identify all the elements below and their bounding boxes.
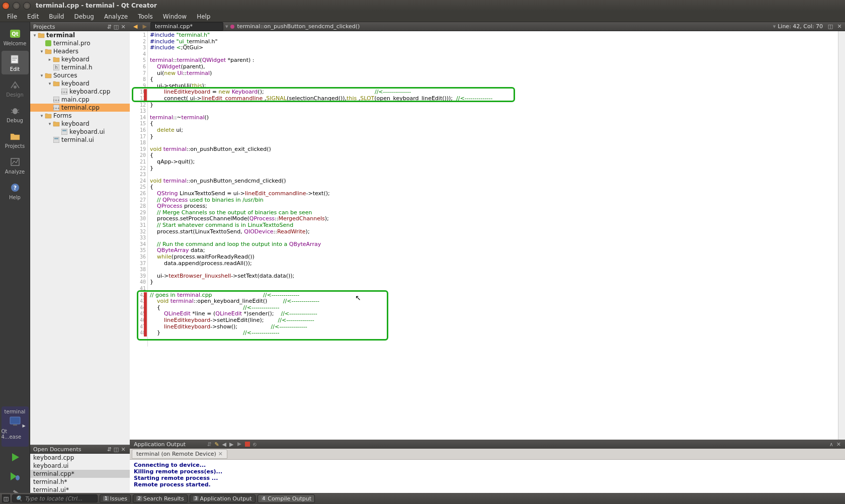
qt-file-icon	[44, 40, 52, 47]
tree-sources[interactable]: ▾Sources	[30, 71, 130, 79]
cpp-file-icon: c++	[52, 104, 60, 111]
mode-welcome[interactable]: Qt Welcome	[2, 25, 29, 49]
menu-tools[interactable]: Tools	[133, 12, 158, 22]
editor-split-button[interactable]: ◫	[827, 23, 834, 30]
tree-keyboard-cpp[interactable]: c++keyboard.cpp	[30, 88, 130, 96]
output-new-button[interactable]: ✎	[214, 441, 219, 448]
run-button[interactable]	[2, 449, 29, 466]
panel-close-button[interactable]: ✕	[120, 446, 127, 453]
filter-icon[interactable]: ⇵	[106, 446, 113, 453]
folder-icon	[52, 120, 60, 127]
side-panel: Projects ⇵ ◫ ✕ ▾terminal terminal.pro ▾H…	[30, 22, 130, 504]
editor-column: ◀ ▶ terminal.cpp* ▾ terminal::on_pushBut…	[130, 22, 845, 504]
menu-edit[interactable]: Edit	[22, 12, 44, 22]
filter-icon[interactable]: ⇵	[106, 24, 113, 30]
output-close-button[interactable]: ✕	[836, 441, 841, 448]
opendoc-item[interactable]: terminal.cpp*	[30, 470, 130, 478]
analyze-icon	[8, 156, 22, 168]
nav-back-button[interactable]: ◀	[132, 23, 139, 30]
output-prev-button[interactable]: ◀	[222, 441, 226, 448]
tree-terminal-cpp[interactable]: c++terminal.cpp	[30, 104, 130, 112]
svg-point-33	[230, 25, 234, 29]
mode-edit[interactable]: Edit	[2, 51, 29, 74]
tree-forms-keyboard[interactable]: ▾keyboard	[30, 120, 130, 128]
status-bar: ◫ 🔍 Type to locate (Ctrl... 1Issues 2Sea…	[0, 493, 845, 504]
menu-build[interactable]: Build	[44, 12, 69, 22]
svg-rect-32	[54, 138, 58, 139]
tree-keyboard-ui[interactable]: keyboard.ui	[30, 128, 130, 136]
status-issues[interactable]: 1Issues	[100, 494, 131, 503]
output-next-button[interactable]: ▶	[229, 441, 233, 448]
panel-close-button[interactable]: ✕	[120, 24, 127, 30]
svg-rect-31	[53, 137, 59, 143]
folder-icon	[52, 56, 60, 63]
search-icon: 🔍	[16, 495, 23, 502]
window-close-button[interactable]	[2, 2, 10, 10]
status-app-output[interactable]: 3Application Output	[190, 494, 256, 503]
locator-input[interactable]: 🔍 Type to locate (Ctrl...	[12, 494, 98, 502]
svg-rect-5	[12, 60, 16, 60]
folder-icon	[37, 32, 45, 39]
menu-analyze[interactable]: Analyze	[99, 12, 133, 22]
line-column-indicator[interactable]: Line: 42, Col: 70	[778, 23, 825, 30]
panel-split-button[interactable]: ◫	[113, 446, 120, 453]
output-tab[interactable]: terminal (on Remote Device) ✕	[132, 449, 227, 459]
svg-text:h: h	[55, 65, 57, 70]
tree-headers[interactable]: ▾Headers	[30, 47, 130, 55]
code-editor[interactable]: 1234567891011121314151617181920212223242…	[130, 31, 845, 440]
kit-selector[interactable]: terminal Qt 4...ease ▶	[2, 406, 29, 447]
tab-close-icon[interactable]: ✕	[218, 451, 223, 457]
method-icon	[230, 24, 235, 29]
mode-analyze[interactable]: Analyze	[2, 153, 29, 177]
editor-file-dropdown[interactable]: terminal.cpp*	[150, 22, 223, 31]
toggle-sidebar-button[interactable]: ◫	[2, 494, 10, 502]
output-minimize-button[interactable]: ∧	[829, 441, 833, 448]
projects-tree[interactable]: ▾terminal terminal.pro ▾Headers ▸keyboar…	[30, 31, 130, 445]
mode-debug[interactable]: Debug	[2, 102, 29, 126]
output-run-button[interactable]	[237, 442, 242, 447]
svg-text:c++: c++	[53, 98, 59, 102]
editor-toolbar: ◀ ▶ terminal.cpp* ▾ terminal::on_pushBut…	[130, 22, 845, 31]
editor-gutter[interactable]: 1234567891011121314151617181920212223242…	[130, 31, 148, 347]
tree-project-root[interactable]: ▾terminal	[30, 31, 130, 39]
debug-run-button[interactable]	[2, 468, 29, 485]
cpp-file-icon: c++	[60, 88, 68, 95]
output-tab-bar: terminal (on Remote Device) ✕	[130, 449, 845, 460]
output-attach-button[interactable]: ⎋	[253, 441, 257, 448]
panel-split-button[interactable]: ◫	[113, 24, 120, 30]
svg-text:c++: c++	[53, 106, 59, 110]
qt-logo-icon: Qt	[8, 28, 22, 40]
tree-terminal-ui[interactable]: terminal.ui	[30, 136, 130, 144]
nav-forward-button[interactable]: ▶	[141, 23, 148, 30]
help-icon: ?	[8, 182, 22, 194]
opendoc-item[interactable]: keyboard.cpp	[30, 454, 130, 462]
window-maximize-button[interactable]	[23, 2, 31, 10]
menu-debug[interactable]: Debug	[69, 12, 99, 22]
tree-terminal-h[interactable]: hterminal.h	[30, 63, 130, 71]
menubar: File Edit Build Debug Analyze Tools Wind…	[0, 11, 845, 22]
editor-close-button[interactable]: ✕	[836, 23, 843, 30]
symbol-dropdown[interactable]: terminal::on_pushButton_sendcmd_clicked(…	[230, 23, 360, 30]
menu-help[interactable]: Help	[192, 12, 215, 22]
menu-file[interactable]: File	[2, 12, 22, 22]
tree-forms[interactable]: ▾Forms	[30, 112, 130, 120]
projects-panel-header: Projects ⇵ ◫ ✕	[30, 22, 130, 31]
window-minimize-button[interactable]	[13, 2, 20, 10]
vertical-scrollbar[interactable]	[838, 31, 845, 440]
tree-pro-file[interactable]: terminal.pro	[30, 39, 130, 47]
tree-headers-keyboard[interactable]: ▸keyboard	[30, 55, 130, 63]
tree-main-cpp[interactable]: c++main.cpp	[30, 96, 130, 104]
status-compile-output[interactable]: 4Compile Output	[258, 494, 315, 503]
opendoc-item[interactable]: keyboard.ui	[30, 462, 130, 470]
mode-projects[interactable]: Projects	[2, 128, 29, 151]
output-dropdown-icon[interactable]: ⇵	[207, 441, 211, 448]
svg-rect-2	[11, 55, 18, 63]
mode-design[interactable]: Design	[2, 76, 29, 100]
output-stop-button[interactable]	[245, 442, 250, 447]
mode-help[interactable]: ? Help	[2, 179, 29, 203]
tree-sources-keyboard[interactable]: ▾keyboard	[30, 79, 130, 88]
svg-rect-16	[13, 425, 17, 426]
status-search-results[interactable]: 2Search Results	[133, 494, 188, 503]
opendoc-item[interactable]: terminal.h*	[30, 478, 130, 486]
menu-window[interactable]: Window	[158, 12, 192, 22]
